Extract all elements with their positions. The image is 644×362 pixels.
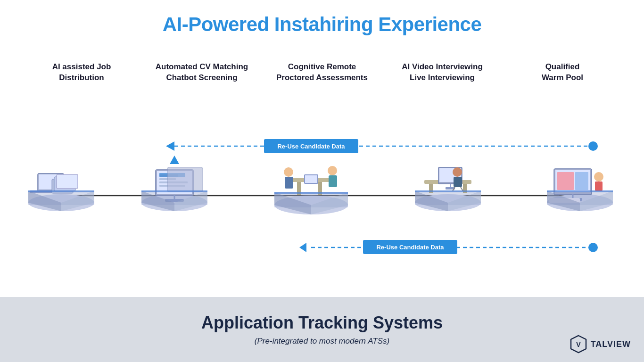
reuse-bottom-row: Re-Use Candidate Data xyxy=(0,233,644,262)
svg-rect-13 xyxy=(57,174,78,189)
svg-rect-55 xyxy=(557,172,574,190)
bottom-section: Application Tracking Systems (Pre-integr… xyxy=(0,297,644,362)
ats-subtitle: (Pre-integrated to most modern ATSs) xyxy=(255,337,389,346)
svg-marker-26 xyxy=(170,156,179,164)
ats-title: Application Tracking Systems xyxy=(201,313,443,333)
step-label-3: Cognitive RemoteProctored Assessments xyxy=(270,62,374,83)
step-label-1: AI assisted JobDistribution xyxy=(30,62,133,83)
svg-rect-61 xyxy=(595,181,603,191)
page-title: AI-Powered Instahiring Experience xyxy=(163,13,482,36)
svg-line-50 xyxy=(461,187,463,191)
svg-rect-73 xyxy=(141,190,207,192)
steps-labels: AI assisted JobDistribution Automated CV… xyxy=(20,62,624,83)
svg-rect-76 xyxy=(547,190,613,192)
svg-point-32 xyxy=(284,167,293,177)
svg-text:V: V xyxy=(576,341,581,348)
svg-point-47 xyxy=(453,167,462,177)
step-label-2: Automated CV MatchingChatbot Screening xyxy=(150,62,254,83)
reuse-bottom-svg: Re-Use Candidate Data xyxy=(0,233,644,262)
icons-and-line xyxy=(0,146,644,223)
svg-rect-33 xyxy=(285,177,293,189)
svg-rect-75 xyxy=(415,190,481,192)
svg-rect-25 xyxy=(167,167,203,192)
svg-rect-56 xyxy=(575,172,588,190)
svg-point-34 xyxy=(328,166,337,175)
svg-rect-37 xyxy=(305,175,317,183)
main-container: AI-Powered Instahiring Experience AI ass… xyxy=(0,0,644,362)
svg-point-60 xyxy=(594,172,603,181)
connecting-line-svg xyxy=(0,146,644,222)
talview-logo-icon: V xyxy=(570,335,587,354)
svg-rect-72 xyxy=(28,190,94,192)
svg-rect-35 xyxy=(329,175,337,187)
talview-logo-text: TALVIEW xyxy=(591,339,631,349)
svg-point-80 xyxy=(588,243,598,252)
top-section: AI-Powered Instahiring Experience AI ass… xyxy=(0,0,644,297)
svg-rect-48 xyxy=(454,177,462,187)
talview-logo: V TALVIEW xyxy=(570,335,631,354)
step-label-4: AI Video InterviewingLive Interviewing xyxy=(390,62,494,83)
svg-text:Re-Use Candidate Data: Re-Use Candidate Data xyxy=(376,244,444,251)
svg-marker-78 xyxy=(299,243,306,252)
step-label-5: QualifiedWarm Pool xyxy=(511,62,614,83)
svg-rect-74 xyxy=(274,192,348,194)
